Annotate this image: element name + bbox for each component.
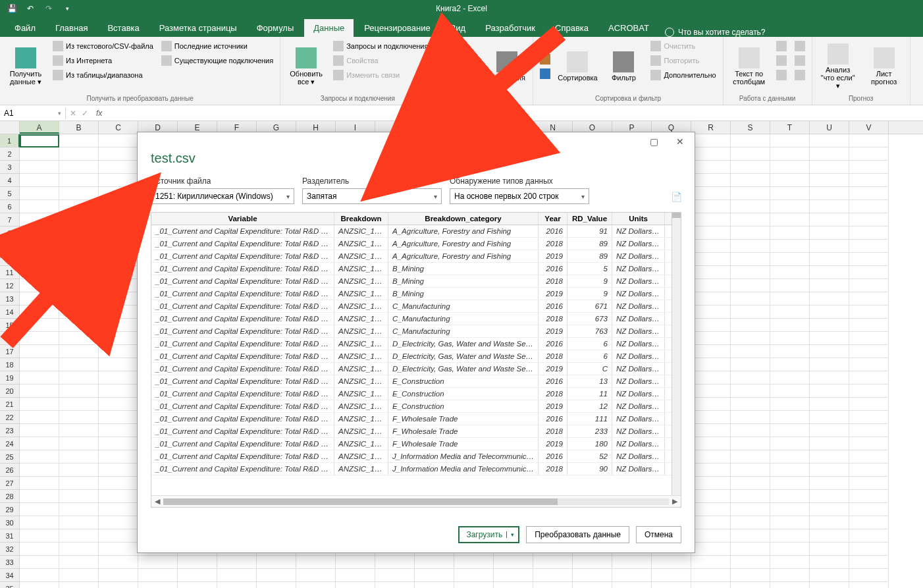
column-header[interactable]: A: [20, 121, 59, 134]
save-icon[interactable]: 💾: [5, 2, 18, 15]
cell[interactable]: [296, 556, 336, 569]
cell[interactable]: [731, 319, 770, 332]
cell[interactable]: [810, 174, 849, 187]
cell[interactable]: [691, 253, 731, 266]
cell[interactable]: [691, 174, 731, 187]
cell[interactable]: [770, 345, 810, 358]
cell[interactable]: [296, 582, 336, 588]
row-header[interactable]: 27: [0, 477, 20, 490]
cell[interactable]: [99, 516, 138, 529]
cell[interactable]: [810, 464, 849, 477]
cell[interactable]: [810, 187, 849, 200]
cell[interactable]: [375, 569, 415, 582]
cell[interactable]: [20, 464, 59, 477]
cell[interactable]: [691, 266, 731, 279]
cell[interactable]: [59, 371, 99, 385]
cell[interactable]: [731, 200, 770, 213]
cell[interactable]: [770, 450, 810, 464]
preview-header[interactable]: Breakdown_category: [388, 213, 539, 225]
get-data-button[interactable]: Получить данные ▾: [5, 40, 46, 94]
cell[interactable]: [454, 556, 494, 569]
cell[interactable]: [731, 227, 770, 240]
cell[interactable]: [415, 582, 454, 588]
cell[interactable]: [59, 543, 99, 556]
cell[interactable]: [731, 332, 770, 345]
cell[interactable]: [810, 398, 849, 411]
text-to-columns-button[interactable]: Текст по столбцам: [729, 40, 770, 94]
cell[interactable]: [731, 464, 770, 477]
cell[interactable]: [99, 543, 138, 556]
cell[interactable]: [691, 200, 731, 213]
cell[interactable]: [849, 187, 889, 200]
relationships-icon[interactable]: [793, 54, 806, 67]
cell[interactable]: [770, 161, 810, 174]
close-icon[interactable]: ✕: [668, 134, 692, 149]
cell[interactable]: [770, 569, 810, 582]
cell[interactable]: [770, 385, 810, 398]
column-header[interactable]: T: [770, 121, 810, 134]
cell[interactable]: [691, 503, 731, 516]
qat-dropdown-icon[interactable]: ▾: [61, 2, 74, 15]
cell[interactable]: [691, 187, 731, 200]
cell[interactable]: [849, 371, 889, 385]
cell[interactable]: [770, 227, 810, 240]
cell[interactable]: [691, 424, 731, 437]
cell[interactable]: [691, 292, 731, 306]
cell[interactable]: [849, 200, 889, 213]
cell[interactable]: [138, 582, 178, 588]
cell[interactable]: [20, 543, 59, 556]
cell[interactable]: [691, 450, 731, 464]
cell[interactable]: [731, 437, 770, 450]
cell[interactable]: [731, 187, 770, 200]
cell[interactable]: [612, 569, 652, 582]
cell[interactable]: [731, 134, 770, 147]
row-header[interactable]: 20: [0, 385, 20, 398]
cell[interactable]: [731, 556, 770, 569]
cell[interactable]: [691, 437, 731, 450]
cell[interactable]: [691, 543, 731, 556]
refresh-all-button[interactable]: Обновить все ▾: [286, 40, 327, 94]
advanced-button[interactable]: Дополнительно: [649, 68, 717, 82]
row-header[interactable]: 19: [0, 371, 20, 385]
cell[interactable]: [59, 582, 99, 588]
cell[interactable]: [20, 134, 59, 147]
remove-dup-icon[interactable]: [775, 54, 788, 67]
cell[interactable]: [59, 358, 99, 371]
cell[interactable]: [770, 174, 810, 187]
cell[interactable]: [178, 556, 217, 569]
preview-header[interactable]: Year: [539, 213, 567, 225]
load-button[interactable]: Загрузить▾: [458, 526, 519, 543]
cell[interactable]: [810, 227, 849, 240]
cell[interactable]: [770, 279, 810, 292]
cell[interactable]: [770, 529, 810, 543]
cell[interactable]: [810, 516, 849, 529]
cell[interactable]: [849, 437, 889, 450]
cell[interactable]: [257, 582, 296, 588]
cell[interactable]: [691, 134, 731, 147]
cell[interactable]: [731, 385, 770, 398]
cell[interactable]: [849, 464, 889, 477]
cell[interactable]: [849, 240, 889, 253]
cell[interactable]: [99, 147, 138, 161]
row-header[interactable]: 33: [0, 556, 20, 569]
cell[interactable]: [810, 437, 849, 450]
cancel-button[interactable]: Отмена: [636, 526, 681, 543]
cell[interactable]: [810, 240, 849, 253]
select-all-corner[interactable]: [0, 121, 20, 134]
cell[interactable]: [454, 582, 494, 588]
maximize-icon[interactable]: ▢: [642, 134, 666, 149]
tab-главная[interactable]: Главная: [46, 19, 97, 37]
cell[interactable]: [691, 319, 731, 332]
cell[interactable]: [849, 253, 889, 266]
cell[interactable]: [849, 306, 889, 319]
cell[interactable]: [59, 529, 99, 543]
cell[interactable]: [99, 477, 138, 490]
cell[interactable]: [296, 569, 336, 582]
cell[interactable]: [770, 398, 810, 411]
cell[interactable]: [691, 516, 731, 529]
cell[interactable]: [810, 266, 849, 279]
cell[interactable]: [59, 477, 99, 490]
cell[interactable]: [59, 134, 99, 147]
cell[interactable]: [20, 477, 59, 490]
cell[interactable]: [99, 437, 138, 450]
